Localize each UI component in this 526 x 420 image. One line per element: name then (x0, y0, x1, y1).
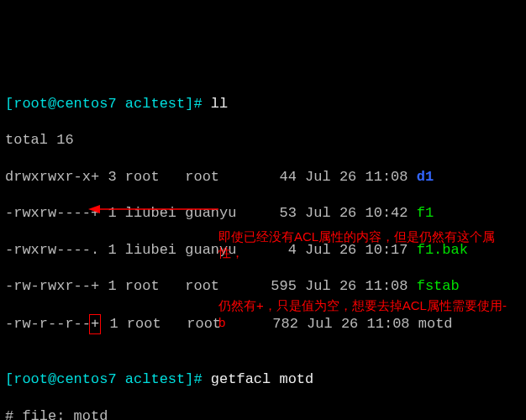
prompt-line: [root@centos7 acltest]# ll (5, 95, 521, 113)
highlight-plus-icon: + (89, 314, 101, 334)
ls-row: -rw-rwxr--+ 1 root root 595 Jul 26 11:08… (5, 277, 521, 296)
ls-row: -rwxrw----. 1 liubei guanyu 4 Jul 26 10:… (5, 241, 521, 260)
file-name: f1 (417, 205, 434, 221)
total-line: total 16 (5, 131, 521, 150)
ls-row: drwxrwxr-x+ 3 root root 44 Jul 26 11:08 … (5, 168, 521, 186)
ls-row: -rwxrw----+ 1 liubei guanyu 53 Jul 26 10… (5, 204, 521, 223)
file-name: f1.bak (417, 242, 468, 258)
file-name: motd (418, 316, 453, 332)
file-name: fstab (417, 278, 460, 294)
dir-name: d1 (417, 169, 434, 185)
facl-line: # file: motd (5, 407, 521, 421)
ls-row-highlighted: -rw-r--r--+ 1 root root 782 Jul 26 11:08… (5, 314, 521, 334)
prompt-line: [root@centos7 acltest]# getfacl motd (5, 370, 521, 389)
